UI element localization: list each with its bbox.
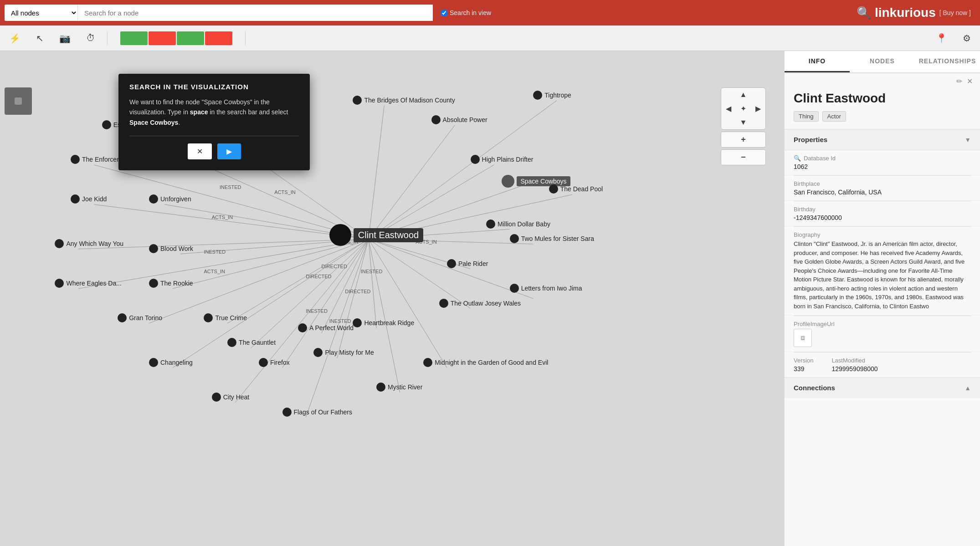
graph-area[interactable]: ACTS_IN INESTED INESTED ACTS_IN DIRECTED… (0, 51, 784, 546)
tag-actor[interactable]: Actor (822, 111, 846, 122)
modal-next-btn[interactable]: ▶ (217, 143, 241, 159)
pan-center-btn[interactable]: ✦ (736, 102, 751, 116)
tab-nodes[interactable]: NODES (850, 51, 915, 72)
lightning-btn[interactable]: ⚡ (5, 30, 24, 46)
connections-label: Connections (794, 384, 835, 392)
node-changeling[interactable]: Changeling (149, 358, 193, 367)
node-high-plains[interactable]: High Plains Drifter (471, 155, 534, 164)
prop-birthday-label: Birthday (794, 206, 971, 213)
search-input[interactable] (77, 5, 433, 21)
prop-birthplace: Birthplace San Francisco, California, US… (785, 176, 980, 201)
prop-birthplace-label: Birthplace (794, 180, 971, 187)
node-label-perfect-world: A Perfect World (309, 324, 354, 332)
edge-label-inested-3: INESTED (306, 308, 328, 314)
node-mystic-river[interactable]: Mystic River (376, 383, 422, 392)
node-label-city-heat: City Heat (223, 393, 250, 401)
camera-btn[interactable]: 📷 (56, 30, 74, 46)
prop-lastmodified-col: LastModified 1299959098000 (831, 357, 877, 373)
edge-label-inested-2: INESTED (220, 184, 241, 190)
node-tightrope[interactable]: Tightrope (533, 91, 571, 100)
prop-profile-image: ProfileImageUrl 🖼 (785, 316, 980, 352)
node-dot-mystic-river (376, 383, 385, 392)
prop-database-id-value: 1062 (794, 163, 971, 170)
node-label-play-misty: Play Misty for Me (325, 349, 374, 356)
node-unforgiven[interactable]: Unforgiven (149, 194, 191, 204)
node-dot-rookie (149, 279, 158, 288)
panel-tabs: INFO NODES RELATIONSHIPS (785, 51, 980, 73)
tab-relationships[interactable]: RELATIONSHIPS (915, 51, 980, 72)
node-heartbreak[interactable]: Heartbreak Ridge (353, 318, 414, 327)
zoom-out-btn[interactable]: − (721, 149, 766, 165)
node-rookie[interactable]: The Rookie (149, 279, 193, 288)
node-any-which[interactable]: Any Which Way You (55, 239, 123, 248)
cursor-btn[interactable]: ↖ (32, 30, 47, 46)
settings-btn[interactable]: ⚙ (959, 30, 975, 46)
node-midnight[interactable]: Midnight in the Garden of Good and Evil (423, 358, 548, 367)
node-dead-pool[interactable]: The Dead Pool (549, 184, 603, 194)
node-absolute-power[interactable]: Absolute Power (431, 115, 487, 124)
connections-section-header[interactable]: Connections ▲ (785, 377, 980, 398)
node-bridges[interactable]: The Bridges Of Madison County (353, 96, 455, 105)
prop-birthday: Birthday -1249347600000 (785, 201, 980, 226)
node-label-pale-rider: Pale Rider (458, 260, 488, 267)
properties-section[interactable]: Properties ▼ 🔍 Database Id 1062 Birthpla… (785, 129, 980, 546)
clock-btn[interactable]: ⏱ (82, 30, 99, 46)
node-label-letters: Letters from Iwo Jima (521, 285, 582, 292)
node-label-midnight: Midnight in the Garden of Good and Evil (435, 359, 548, 366)
node-flags[interactable]: Flags of Our Fathers (282, 408, 352, 417)
pan-up-btn[interactable]: ▲ (735, 88, 752, 102)
node-million-dollar[interactable]: Million Dollar Baby (486, 219, 550, 229)
node-dot-any-which (55, 239, 64, 248)
node-type-select[interactable]: All nodes (5, 5, 77, 21)
node-dot-high-plains (471, 155, 480, 164)
image-icon: 🖼 (800, 336, 805, 341)
prop-version-col: Version 339 (794, 357, 813, 373)
node-dot-blood-work (149, 244, 158, 253)
node-joe-kidd[interactable]: Joe Kidd (71, 194, 107, 204)
node-blood-work[interactable]: Blood Work (149, 244, 193, 253)
pan-right-btn[interactable]: ▶ (751, 102, 765, 116)
node-clint-eastwood[interactable]: Clint Eastwood (329, 224, 423, 246)
node-two-mules[interactable]: Two Mules for Sister Sara (510, 234, 594, 243)
node-firefox[interactable]: Firefox (259, 358, 290, 367)
panel-close-btn[interactable]: ✕ (967, 77, 973, 86)
node-outlaw[interactable]: The Outlaw Josey Wales (439, 299, 521, 308)
node-gauntlet[interactable]: The Gauntlet (227, 338, 276, 347)
properties-section-header[interactable]: Properties ▼ (785, 129, 980, 150)
prop-biography-label: Biography (794, 231, 971, 238)
node-label-joe-kidd: Joe Kidd (82, 195, 107, 203)
node-pale-rider[interactable]: Pale Rider (447, 259, 488, 268)
node-city-heat[interactable]: City Heat (212, 393, 250, 402)
tab-info[interactable]: INFO (785, 51, 850, 72)
node-dot-escape (102, 120, 111, 129)
node-true-crime[interactable]: True Crime (204, 313, 247, 322)
edge-label-directed-2: DIRECTED (345, 289, 370, 294)
node-label-clint-eastwood: Clint Eastwood (354, 228, 423, 242)
node-dot-tightrope (533, 91, 542, 100)
node-dot-gran-torino (118, 313, 127, 322)
node-dot-absolute-power (431, 115, 441, 124)
pan-down-btn[interactable]: ▼ (735, 116, 752, 129)
node-perfect-world[interactable]: A Perfect World (298, 323, 354, 332)
prop-version-value: 339 (794, 365, 813, 373)
node-enforcer[interactable]: The Enforcer (71, 155, 119, 164)
minimap[interactable] (5, 87, 32, 115)
edge-label-actsIn-5: ACTS_IN (204, 269, 225, 274)
search-in-view-checkbox[interactable] (441, 10, 447, 16)
modal-cancel-btn[interactable]: ✕ (188, 143, 212, 159)
pan-left-btn[interactable]: ◀ (721, 102, 736, 116)
node-dot-pale-rider (447, 259, 456, 268)
node-gran-torino[interactable]: Gran Torino (118, 313, 162, 322)
search-in-view-label[interactable]: Search in view (441, 9, 491, 16)
node-eagles[interactable]: Where Eagles Da... (55, 279, 121, 288)
zoom-in-btn[interactable]: + (721, 132, 766, 148)
node-letters[interactable]: Letters from Iwo Jima (510, 284, 582, 293)
location-btn[interactable]: 📍 (932, 30, 951, 46)
node-play-misty[interactable]: Play Misty for Me (313, 348, 374, 357)
prop-profile-image-value: 🖼 (794, 329, 812, 347)
panel-edit-btn[interactable]: ✏ (956, 77, 962, 86)
modal-divider (129, 136, 299, 136)
node-dot-dead-pool (549, 184, 558, 194)
tag-thing[interactable]: Thing (794, 111, 819, 122)
node-dot-joe-kidd (71, 194, 80, 204)
